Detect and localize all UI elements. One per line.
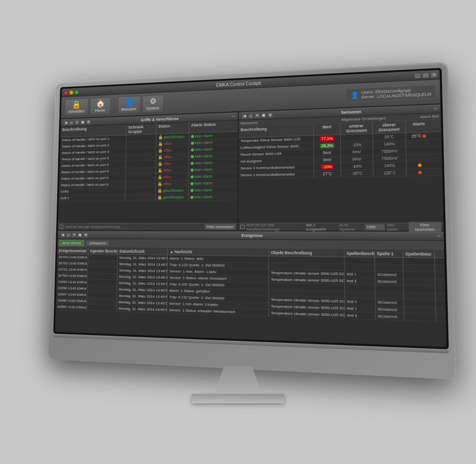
ereignisse-data-rows: 32703 U140 EMKA TZ Montag, 31. März 2014… — [55, 254, 446, 347]
benutzer-button[interactable]: 👤 Benutzer — [118, 96, 141, 114]
e-sp3 — [404, 293, 436, 300]
e-col-datum: Datum/Uhrzeit — [118, 248, 168, 255]
s-oberer: 25°C — [373, 133, 406, 140]
griffe-alarm: kein Alarm — [189, 193, 225, 200]
monitor-bezel: EMKA Control Cockpit _ □ ✕ 🔒 Abmelden — [47, 62, 456, 379]
s-oberer: 120°C — [373, 169, 407, 176]
s-btn1[interactable]: ◀ — [242, 113, 247, 118]
user-info-panel: 👤 Users: ElmStsConfigApp Server: LOCALHO… — [346, 85, 436, 102]
s-btn5[interactable]: ⚙ — [267, 112, 273, 118]
s-oberer: 7500mV — [373, 154, 406, 162]
e-sp2: SColumn2 — [376, 313, 404, 320]
e-btn1[interactable]: ◀ — [60, 232, 65, 237]
s-col-beschreibung: Beschreibung — [239, 124, 314, 137]
griffe-schrank — [126, 134, 157, 141]
e-col-sp3: Spaltenbesc — [403, 250, 435, 258]
s-btn3[interactable]: ✕ — [254, 112, 260, 118]
griffe-btn2[interactable]: — — [69, 119, 74, 124]
win-maximize[interactable]: □ — [422, 72, 430, 78]
minimize-btn[interactable] — [69, 90, 73, 94]
e-datum: Montag, 31. März 2014 13:46:50 — [118, 255, 168, 261]
e-sp3 — [404, 285, 436, 292]
e-datum: Montag, 31. März 2014 13:45:55 — [117, 293, 168, 300]
abmelden-icon: 🔒 — [72, 100, 81, 108]
s-unterer: -30°C — [341, 170, 374, 177]
s-wert: 28,3% — [314, 142, 341, 149]
window-traffic-lights — [64, 90, 79, 95]
sensor-data-rows: Temperatur Klima Sensor 3000-U25 77,1% 2… — [238, 131, 443, 222]
close-btn[interactable] — [64, 90, 68, 94]
griffe-status: 🔓 offen — [156, 160, 189, 167]
e-btn5[interactable]: ⚙ — [83, 232, 88, 237]
s-alarm: 25°C — [406, 132, 432, 139]
griffe-btn4[interactable]: ◼ — [80, 119, 86, 124]
maximize-btn[interactable] — [74, 90, 79, 94]
s-col-unterer: unterer Grenzwert — [341, 122, 373, 134]
griffe-btn1[interactable]: ◀ — [63, 120, 68, 125]
e-nr: 32702 U140 EMKA TZ — [57, 260, 88, 266]
sensor-filter-button[interactable]: Filter bearbeiten — [408, 221, 441, 232]
griffe-alarm: kein Alarm — [189, 166, 225, 173]
e-nr: 32695 U140 EMKA TZ — [56, 303, 87, 310]
sensor-selected-count: alle 2 ausgewählt — [306, 222, 334, 231]
sensor-filter-checkbox[interactable]: ✓ — [240, 224, 245, 229]
e-sp1: test 1 — [345, 305, 376, 312]
e-sp1: test 1 — [345, 271, 376, 278]
griffe-status: 🔓 offen — [156, 146, 189, 153]
e-agent — [88, 261, 118, 267]
e-datum: Montag, 31. März 2014 13:45:55 — [117, 299, 167, 306]
win-close[interactable]: ✕ — [430, 72, 438, 78]
griffe-filter-checkbox[interactable]: ✓ — [60, 225, 63, 229]
home-button[interactable]: 🏠 Home — [90, 97, 111, 115]
e-btn4[interactable]: ◼ — [78, 232, 83, 237]
griffe-alarm: kein Alarm — [189, 145, 225, 153]
top-panels: ◀ — ✕ ◼ ⚙ Griffe & Verschlüsse ··· — [58, 104, 443, 231]
griffe-btn5[interactable]: ⚙ — [86, 119, 91, 124]
s-btn4[interactable]: ◼ — [261, 112, 266, 118]
s-unterer: -10% — [341, 141, 373, 148]
abmelden-button[interactable]: 🔒 Abmelden — [64, 98, 88, 116]
e-btn2[interactable]: — — [66, 232, 71, 237]
monitor-display: EMKA Control Cockpit _ □ ✕ 🔒 Abmelden — [38, 70, 438, 395]
diese-woche-button[interactable]: diese Woche — [59, 240, 84, 246]
e-sp3 — [403, 271, 435, 278]
griffe-status: 🔓 offen — [156, 153, 189, 160]
e-agent — [88, 254, 118, 260]
s-desc: Sensor 2 Kommunikationsmodul — [238, 163, 314, 171]
elm-input[interactable] — [364, 223, 385, 230]
griffe-schrank — [126, 194, 156, 201]
e-nr: 32697 U140 EMKA TZ — [56, 291, 87, 298]
griffe-status: 🔓 offen — [156, 180, 189, 187]
e-nr: 32698 U140 EMKA TZ — [56, 285, 87, 291]
s-unterer — [341, 134, 373, 141]
e-sp1 — [345, 291, 376, 298]
win-minimize[interactable]: _ — [414, 72, 421, 78]
e-nachricht: Alarm: 1 Status: aktiv — [168, 255, 269, 262]
s-oberer: 7500mV — [373, 147, 406, 155]
s-wert: -10% — [314, 163, 341, 170]
e-sp2: SColumn2 — [376, 299, 404, 306]
system-button[interactable]: ⚙ System — [142, 94, 164, 113]
griffe-alarm: kein Alarm — [189, 152, 225, 159]
s-oberer: 140% — [373, 140, 406, 147]
e-sp1: test 1 — [345, 277, 376, 284]
e-nachricht: Trap: 6.123 Quelle: 1: Ziel 000003 — [168, 261, 269, 269]
screen-bezel: EMKA Control Cockpit _ □ ✕ 🔒 Abmelden — [53, 68, 449, 349]
zeitspanne-button[interactable]: Zeitspanne — [86, 240, 109, 246]
s-col-oberer: oberer Grenzwert — [373, 121, 406, 133]
e-sp3 — [404, 300, 436, 307]
s-btn2[interactable]: — — [248, 112, 253, 118]
toolbar-separator — [114, 97, 115, 114]
griffe-filter-button[interactable]: Filter bearbeiten — [205, 223, 236, 229]
e-objekt — [269, 283, 345, 291]
ereignisse-title: Ereignisse — [241, 233, 263, 237]
griffe-schrank — [126, 154, 156, 161]
application: EMKA Control Cockpit _ □ ✕ 🔒 Abmelden — [55, 70, 446, 347]
e-sp3 — [404, 314, 436, 321]
griffe-schrank — [126, 174, 156, 181]
griffe-panel: ◀ — ✕ ◼ ⚙ Griffe & Verschlüsse ··· — [58, 112, 238, 230]
e-sp1: test 1 — [345, 298, 376, 305]
e-btn3[interactable]: ✕ — [72, 232, 77, 237]
e-col-nachricht: ▲ Nachricht — [168, 248, 269, 255]
griffe-btn3[interactable]: ✕ — [74, 119, 79, 124]
